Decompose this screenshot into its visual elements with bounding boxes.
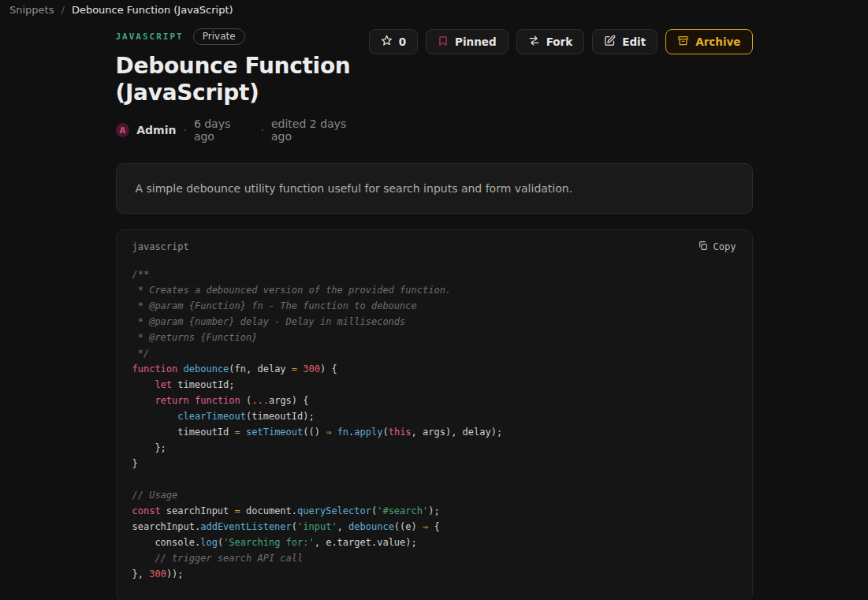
copy-button[interactable]: Copy <box>698 240 736 253</box>
breadcrumb: Snippets / Debounce Function (JavaScript… <box>0 0 868 19</box>
copy-icon <box>698 240 708 253</box>
avatar: A <box>116 123 130 137</box>
star-icon <box>381 35 393 49</box>
snippet-page: JAVASCRIPT Private Debounce Function (Ja… <box>116 28 753 600</box>
meta-separator: · <box>183 124 186 136</box>
pinned-button[interactable]: Pinned <box>426 29 509 54</box>
page-title: Debounce Function (JavaScript) <box>116 53 369 106</box>
edit-label: Edit <box>622 35 646 48</box>
meta-separator: · <box>261 124 264 136</box>
language-tag: JAVASCRIPT <box>116 32 184 42</box>
fork-label: Fork <box>546 35 573 48</box>
snippet-header: JAVASCRIPT Private Debounce Function (Ja… <box>116 28 753 143</box>
breadcrumb-separator: / <box>61 4 64 16</box>
edited-timestamp: edited 2 days ago <box>271 117 369 143</box>
star-count: 0 <box>399 35 406 48</box>
code-content: /** * Creates a debounced version of the… <box>117 259 752 600</box>
code-language-label: javascript <box>132 241 189 252</box>
edit-pencil-icon <box>604 35 616 49</box>
visibility-badge: Private <box>193 28 245 45</box>
breadcrumb-root-link[interactable]: Snippets <box>9 4 54 16</box>
tag-row: JAVASCRIPT Private <box>116 28 369 45</box>
breadcrumb-current: Debounce Function (JavaScript) <box>72 4 233 16</box>
author-name: Admin <box>136 124 176 136</box>
star-button[interactable]: 0 <box>369 29 418 54</box>
pinned-label: Pinned <box>455 35 497 48</box>
code-header: javascript Copy <box>117 230 752 259</box>
author-row: A Admin · 6 days ago · edited 2 days ago <box>116 117 369 143</box>
description-card: A simple debounce utility function usefu… <box>116 163 753 214</box>
code-card: javascript Copy /** * Creates a debounce… <box>116 229 753 600</box>
archive-label: Archive <box>695 35 740 48</box>
action-buttons: 0 Pinned Fork Edit Archive <box>369 28 753 54</box>
fork-button[interactable]: Fork <box>516 29 585 54</box>
archive-button[interactable]: Archive <box>665 29 752 54</box>
copy-label: Copy <box>713 241 736 252</box>
archive-box-icon <box>677 35 689 49</box>
description-text: A simple debounce utility function usefu… <box>136 181 733 196</box>
edit-button[interactable]: Edit <box>592 29 658 54</box>
fork-icon <box>528 35 540 49</box>
snippet-header-left: JAVASCRIPT Private Debounce Function (Ja… <box>116 28 369 143</box>
bookmark-icon <box>438 35 449 49</box>
created-timestamp: 6 days ago <box>194 117 254 143</box>
